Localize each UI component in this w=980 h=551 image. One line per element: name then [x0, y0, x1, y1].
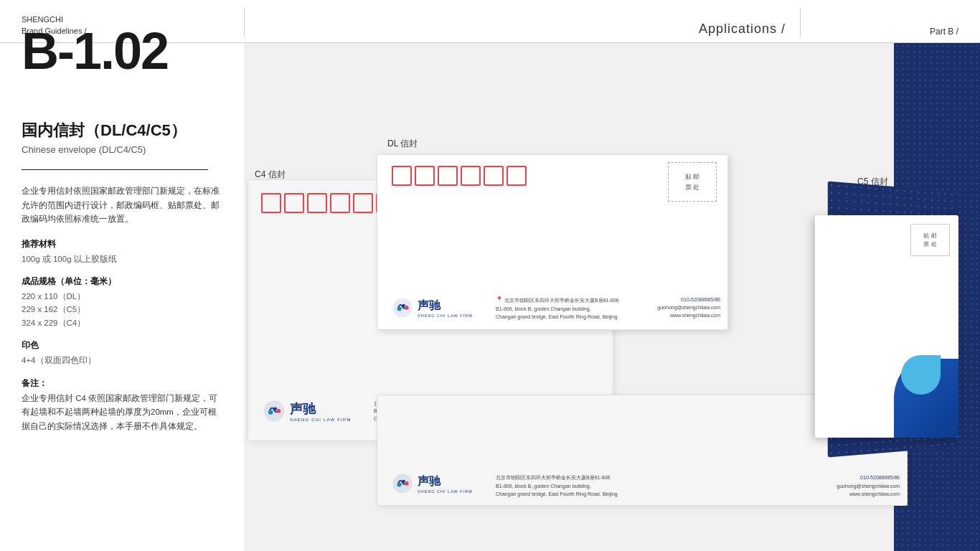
svg-point-5: [397, 307, 402, 311]
left-panel: B-1.02 国内信封（DL/C4/C5） Chinese envelope (…: [0, 0, 244, 551]
dl-stamp: 贴 邮 票 处: [668, 162, 717, 202]
note-label: 备注：: [22, 377, 222, 390]
dl-postcode-4: [461, 166, 481, 186]
svg-point-11: [405, 481, 408, 485]
postcode-box-c4-2: [284, 193, 304, 213]
svg-point-7: [405, 306, 408, 309]
dl2-address: 北京市朝阳区东四环大郊亭桥金长安大厦B座81-806 B1-806, block…: [496, 474, 900, 498]
c5-stamp: 贴 邮 票 处: [910, 224, 950, 256]
section-title-en: Chinese envelope (DL/C4/C5): [22, 144, 222, 155]
dl-postcode-6: [507, 166, 527, 186]
dl-address-block: 📍 北京市朝阳区东四环大郊亭桥金长安大厦B座81-806 B1-806, blo…: [496, 296, 720, 321]
header-applications: Applications /: [245, 22, 800, 37]
dl-postcode-3: [438, 166, 458, 186]
print-label: 印色: [22, 339, 222, 352]
c4-logo-text: 声驰 SHENG CHI LAW FIRM: [290, 400, 352, 422]
page-code: B-1.02: [22, 25, 222, 77]
svg-point-6: [402, 304, 405, 308]
svg-point-9: [397, 483, 402, 487]
logo-icon-dl2: [392, 473, 413, 494]
dl-postcode-2: [415, 166, 435, 186]
svg-point-2: [273, 407, 277, 410]
desc-main: 企业专用信封依照国家邮政管理部门新规定，在标准允许的范围内进行设计，邮政编码框、…: [22, 184, 222, 227]
svg-point-3: [277, 409, 281, 413]
material-value: 100g 或 100g 以上胶版纸: [22, 253, 222, 265]
dl-logo-text: 声驰 SHENG CHI LAW FIRM: [418, 298, 473, 318]
partb-label: Part B /: [930, 27, 966, 37]
postcode-box-c4-3: [307, 193, 327, 213]
postcode-box-c4-4: [330, 193, 350, 213]
applications-label: Applications /: [699, 22, 786, 37]
c5-label: C5 信封: [857, 176, 888, 188]
postcode-box-c4-1: [261, 193, 281, 213]
print-value: 4+4（双面四色印）: [22, 354, 222, 367]
header-partb: Part B /: [801, 27, 980, 37]
logo-icon-dl: [392, 297, 413, 319]
c5-light-blue: [901, 355, 941, 395]
main-content: C4 信封 DL 信封 C5 信封 声驰 SHENG CHI L: [244, 43, 980, 551]
dl-label: DL 信封: [387, 138, 418, 150]
c4-label: C4 信封: [255, 169, 286, 181]
size-label: 成品规格（单位：毫米）: [22, 276, 222, 288]
logo-icon-c4: [263, 400, 286, 423]
divider: [22, 169, 208, 170]
section-title-zh: 国内信封（DL/C4/C5）: [22, 120, 222, 141]
dl2-logo: 声驰 SHENG CHI LAW FIRM: [392, 473, 473, 494]
c4-logo: 声驰 SHENG CHI LAW FIRM: [263, 400, 352, 423]
c5-front-panel: 贴 邮 票 处: [815, 215, 958, 438]
dl2-logo-text: 声驰 SHENG CHI LAW FIRM: [418, 474, 473, 494]
dl-postcode-5: [484, 166, 504, 186]
dl-envelope: 贴 邮 票 处 声驰 SHENG CHI LAW FIRM 📍: [377, 154, 728, 330]
svg-point-1: [268, 410, 273, 414]
material-label: 推荐材料: [22, 238, 222, 250]
dl-logo: 声驰 SHENG CHI LAW FIRM: [392, 297, 473, 319]
note-value: 企业专用信封 C4 依照国家邮政管理部门新规定，可有起墙和不起墙两种起墙的厚度为…: [22, 392, 222, 434]
c5-envelope-container: 贴 邮 票 处: [815, 187, 980, 474]
size-value: 220 x 110（DL） 229 x 162（C5） 324 x 229（C4…: [22, 290, 222, 329]
postcode-box-c4-5: [353, 193, 373, 213]
svg-point-10: [402, 480, 405, 484]
dl-postcode-1: [392, 166, 412, 186]
